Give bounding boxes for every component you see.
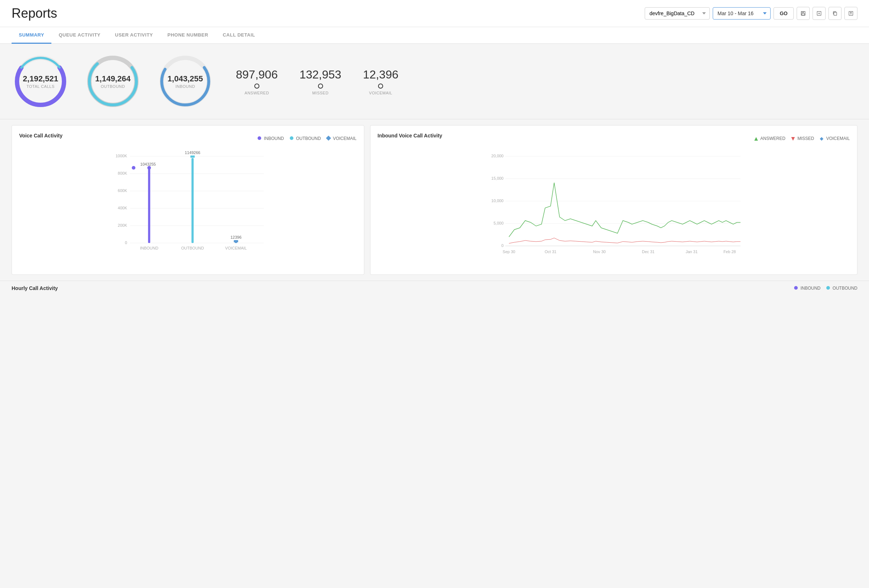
legend-answered-label: ANSWERED <box>761 136 786 141</box>
charts-row: Voice Call Activity INBOUND OUTBOUND VOI… <box>0 119 869 281</box>
svg-rect-29 <box>148 168 150 243</box>
svg-text:1149266: 1149266 <box>185 150 200 155</box>
svg-text:400K: 400K <box>118 206 128 210</box>
svg-text:Oct 31: Oct 31 <box>544 250 556 254</box>
voice-chart-header: Voice Call Activity INBOUND OUTBOUND VOI… <box>19 133 357 144</box>
legend-missed: MISSED <box>791 136 814 141</box>
date-range-selector[interactable]: Mar 10 - Mar 16 <box>713 7 771 19</box>
bar-chart-svg: 1000K 800K 600K 400K 200K 0 1043255 INBO… <box>19 150 357 259</box>
add-icon <box>817 10 822 17</box>
svg-text:20,000: 20,000 <box>491 154 504 158</box>
total-calls-ring: 2,192,521 TOTAL CALLS <box>12 52 70 110</box>
legend-missed-label: MISSED <box>797 136 814 141</box>
voicemail-stat: 12,396 VOICEMAIL <box>363 68 398 95</box>
svg-text:0: 0 <box>501 243 503 248</box>
hourly-legend-inbound-label: INBOUND <box>801 286 820 291</box>
svg-marker-44 <box>820 137 823 141</box>
svg-text:Sep 30: Sep 30 <box>503 250 515 254</box>
legend-outbound: OUTBOUND <box>290 136 321 141</box>
svg-text:Jan 31: Jan 31 <box>685 250 697 254</box>
go-button[interactable]: GO <box>774 7 794 19</box>
voicemail-dot <box>378 83 383 89</box>
svg-text:1000K: 1000K <box>116 154 127 158</box>
svg-rect-2 <box>802 13 805 15</box>
copy-icon <box>832 10 838 17</box>
hourly-legend-inbound: INBOUND <box>794 286 820 291</box>
legend-missed-icon <box>791 137 795 141</box>
svg-text:Feb 28: Feb 28 <box>723 250 736 254</box>
hourly-legend: INBOUND OUTBOUND <box>794 286 857 291</box>
legend-outbound-dot <box>290 136 294 140</box>
tab-phone-number[interactable]: PHONE NUMBER <box>160 27 216 44</box>
inbound-label: INBOUND <box>168 84 203 89</box>
tab-user-activity[interactable]: USER ACTIVITY <box>108 27 160 44</box>
legend-voicemail: VOICEMAIL <box>327 136 357 141</box>
inbound-chart-legend: ANSWERED MISSED VOICEMAIL <box>754 136 850 141</box>
summary-section: 2,192,521 TOTAL CALLS 1,149,264 OUTBOUND… <box>0 44 869 119</box>
legend-inbound-label: INBOUND <box>264 136 284 141</box>
svg-rect-6 <box>834 12 837 16</box>
save-button[interactable] <box>796 7 810 20</box>
legend-voicemail-dot <box>326 136 331 141</box>
line-chart-svg: 20,000 15,000 10,000 5,000 0 Sep 30 Oct … <box>378 150 850 266</box>
stat-group: 897,906 ANSWERED 132,953 MISSED 12,396 V… <box>236 68 398 95</box>
answered-stat: 897,906 ANSWERED <box>236 68 278 95</box>
missed-label: MISSED <box>300 91 341 95</box>
header: Reports devfre_BigData_CD Mar 10 - Mar 1… <box>0 0 869 27</box>
inbound-activity-card: Inbound Voice Call Activity ANSWERED MIS… <box>370 125 858 275</box>
svg-rect-39 <box>234 240 238 242</box>
inbound-chart-title: Inbound Voice Call Activity <box>378 133 442 139</box>
inbound-value: 1,043,255 <box>168 74 203 83</box>
svg-text:Nov 30: Nov 30 <box>593 250 606 254</box>
svg-text:800K: 800K <box>118 171 128 175</box>
export-button[interactable] <box>844 7 857 20</box>
svg-rect-35 <box>190 156 195 158</box>
tab-queue-activity[interactable]: QUEUE ACTIVITY <box>51 27 108 44</box>
legend-voicemail2-icon <box>820 137 823 141</box>
svg-text:600K: 600K <box>118 188 128 193</box>
svg-text:0: 0 <box>125 240 127 245</box>
outbound-label: OUTBOUND <box>95 84 130 89</box>
total-calls-value: 2,192,521 <box>23 74 58 83</box>
svg-rect-1 <box>802 12 804 13</box>
add-button[interactable] <box>813 7 826 20</box>
outbound-value: 1,149,264 <box>95 74 130 83</box>
svg-point-30 <box>147 166 151 170</box>
total-calls-label: TOTAL CALLS <box>23 84 58 89</box>
legend-answered-icon <box>754 137 758 141</box>
answered-label: ANSWERED <box>236 91 278 95</box>
inbound-ring: 1,043,255 INBOUND <box>156 52 214 110</box>
missed-dot <box>318 83 323 89</box>
voicemail-value: 12,396 <box>363 68 398 81</box>
legend-outbound-label: OUTBOUND <box>296 136 321 141</box>
svg-text:200K: 200K <box>118 223 128 227</box>
voicemail-label: VOICEMAIL <box>363 91 398 95</box>
answered-dot <box>254 83 260 89</box>
copy-button[interactable] <box>829 7 841 20</box>
legend-answered: ANSWERED <box>754 136 786 141</box>
svg-text:Dec 31: Dec 31 <box>642 250 654 254</box>
voice-activity-card: Voice Call Activity INBOUND OUTBOUND VOI… <box>12 125 364 275</box>
queue-selector[interactable]: devfre_BigData_CD <box>645 7 710 19</box>
tabs-nav: SUMMARY QUEUE ACTIVITY USER ACTIVITY PHO… <box>0 27 869 44</box>
hourly-section-header: Hourly Call Activity INBOUND OUTBOUND <box>0 281 869 295</box>
tab-call-detail[interactable]: CALL DETAIL <box>216 27 262 44</box>
svg-point-32 <box>132 166 135 170</box>
hourly-legend-outbound: OUTBOUND <box>826 286 857 291</box>
inbound-chart-header: Inbound Voice Call Activity ANSWERED MIS… <box>378 133 850 144</box>
legend-inbound-dot <box>258 136 261 140</box>
svg-marker-42 <box>754 137 758 141</box>
hourly-legend-outbound-dot <box>826 286 830 290</box>
svg-text:VOICEMAIL: VOICEMAIL <box>225 246 247 250</box>
svg-text:10,000: 10,000 <box>491 198 504 203</box>
svg-text:OUTBOUND: OUTBOUND <box>181 246 204 250</box>
svg-text:INBOUND: INBOUND <box>140 246 159 250</box>
svg-text:12396: 12396 <box>230 235 242 239</box>
legend-inbound: INBOUND <box>258 136 284 141</box>
voice-chart-legend: INBOUND OUTBOUND VOICEMAIL <box>258 136 356 141</box>
outbound-ring: 1,149,264 OUTBOUND <box>84 52 142 110</box>
tab-summary[interactable]: SUMMARY <box>12 27 51 44</box>
answered-value: 897,906 <box>236 68 278 81</box>
svg-rect-34 <box>191 158 194 243</box>
svg-text:1043255: 1043255 <box>140 162 156 166</box>
